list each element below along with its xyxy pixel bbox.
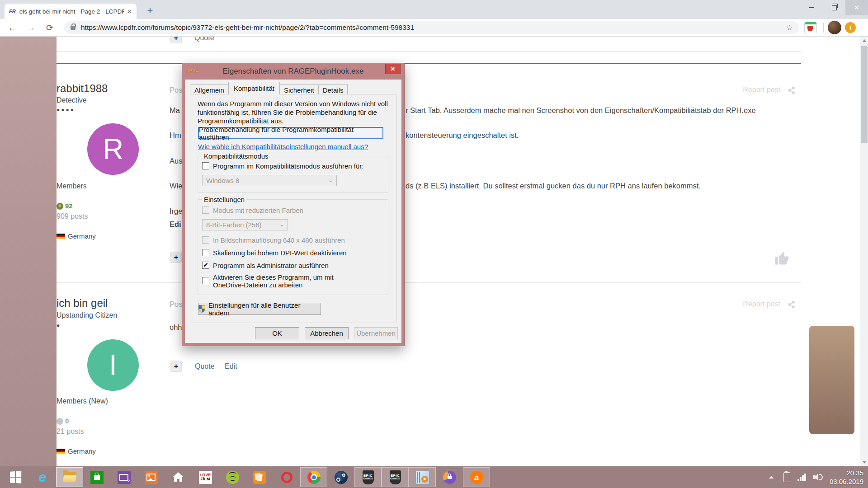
- dpi-scaling-checkbox-row[interactable]: Skalierung bei hohem DPI-Wert deaktivier…: [202, 249, 347, 257]
- back-button[interactable]: ←: [5, 20, 20, 35]
- page-scrollbar[interactable]: [860, 37, 868, 466]
- edit-link[interactable]: Edit: [225, 362, 237, 371]
- close-button[interactable]: ✕: [845, 0, 868, 15]
- tab-details[interactable]: Details: [318, 84, 348, 94]
- browser-profile-avatar[interactable]: [828, 21, 841, 34]
- taskbar-windows-store[interactable]: [83, 467, 110, 487]
- tab-sicherheit[interactable]: Sicherheit: [279, 84, 319, 94]
- forward-button[interactable]: →: [24, 20, 38, 35]
- windows-store-icon: [90, 471, 104, 484]
- taskbar-epic-games-1[interactable]: EPIC GAMES: [354, 467, 382, 487]
- scroll-down-icon[interactable]: [863, 461, 866, 464]
- run-troubleshooter-button[interactable]: Problembehandlung für die Programmkompat…: [198, 127, 383, 139]
- checkbox-label: Skalierung bei hohem DPI-Wert deaktivier…: [213, 249, 347, 257]
- show-hidden-icons-chevron[interactable]: [769, 476, 774, 479]
- photos-icon: [145, 471, 158, 484]
- taskbar-epic-games-2[interactable]: EPIC GAMES: [382, 467, 409, 487]
- taskbar-homegroup[interactable]: [165, 467, 192, 487]
- dpi-scaling-checkbox[interactable]: [202, 249, 209, 256]
- onedrive-checkbox-row[interactable]: Aktivieren Sie dieses Programm, um mit O…: [202, 273, 378, 289]
- report-post-link[interactable]: Report post: [743, 300, 780, 308]
- resolution-checkbox-row: In Bildschirmauflösung 640 x 480 ausführ…: [202, 236, 345, 244]
- taskbar-media-player[interactable]: [409, 467, 436, 487]
- share-icon[interactable]: [788, 86, 796, 94]
- bookmark-star-icon[interactable]: ☆: [786, 23, 793, 33]
- taskbar-steam[interactable]: [327, 467, 354, 487]
- dialog-title: Eigenschaften von RAGEPluginHook.exe: [223, 67, 364, 76]
- address-bar[interactable]: https://www.lcpdfr.com/forums/topic/9377…: [64, 21, 799, 34]
- change-settings-all-users-button[interactable]: Einstellungen für alle Benutzer ändern: [198, 303, 321, 315]
- checkbox-label: Programm im Kompatibilitätsmodus ausführ…: [213, 162, 363, 170]
- post-edited-fragment: Edi: [170, 220, 181, 229]
- tab-close-icon[interactable]: ✕: [127, 8, 132, 15]
- avatar[interactable]: I: [87, 339, 139, 391]
- epic-label: GAMES: [363, 477, 373, 480]
- multiquote-button[interactable]: +: [170, 361, 182, 372]
- taskbar-avast-browser[interactable]: [436, 467, 463, 487]
- quote-link[interactable]: Quote: [194, 37, 214, 42]
- taskbar-documents-app[interactable]: [246, 467, 273, 487]
- taskbar-internet-explorer[interactable]: e: [29, 467, 56, 487]
- share-icon[interactable]: [788, 300, 796, 309]
- new-tab-button[interactable]: +: [144, 5, 156, 17]
- run-as-admin-checkbox-row[interactable]: ✔ Programm als Administrator ausführen: [202, 262, 329, 269]
- dialog-close-button[interactable]: ✕: [385, 64, 401, 74]
- taskbar-file-explorer[interactable]: [56, 467, 83, 487]
- color-depth-dropdown: 8-Bit-Farben (256) ⌄: [202, 219, 288, 230]
- compatibility-mode-checkbox[interactable]: [202, 162, 209, 169]
- reload-button[interactable]: ⟳: [42, 20, 57, 35]
- avast-browser-icon: [443, 471, 456, 484]
- post-author-name[interactable]: ich bin geil: [57, 297, 170, 310]
- browser-menu-update-icon[interactable]: !: [845, 22, 856, 33]
- taskbar-photos[interactable]: [137, 467, 165, 487]
- scroll-up-icon[interactable]: [863, 39, 866, 42]
- compatibility-mode-checkbox-row[interactable]: Programm im Kompatibilitätsmodus ausführ…: [202, 162, 363, 170]
- browser-tab[interactable]: FR els geht bei mir nicht - Page 2 - LCP…: [5, 4, 137, 19]
- avatar-letter: R: [103, 132, 123, 166]
- tab-kompatibilitaet[interactable]: Kompatibilität: [228, 82, 280, 94]
- post-text-fragment: r Start Tab. Ausserdem mache mal nen Scr…: [406, 106, 756, 115]
- network-signal-icon[interactable]: [797, 474, 806, 481]
- report-post-link[interactable]: Report post: [743, 86, 780, 94]
- tab-allgemein[interactable]: Allgemein: [190, 84, 229, 94]
- taskbar-spotify[interactable]: [219, 467, 246, 487]
- compatibility-help-link[interactable]: Wie wähle ich Kompatibilitätseinstellung…: [198, 143, 368, 150]
- avatar[interactable]: R: [87, 123, 139, 175]
- ok-button[interactable]: OK: [255, 327, 299, 339]
- group-label: Einstellungen: [202, 196, 246, 203]
- post-text-fragment: Irge: [170, 207, 182, 216]
- taskbar-video-app[interactable]: [110, 467, 137, 487]
- post-text-fragment: Wie: [170, 182, 182, 190]
- taskbar-lovefilm[interactable]: LOVE FiLM: [192, 467, 219, 487]
- post-text-fragment: Ma: [170, 106, 180, 115]
- minimize-button[interactable]: [800, 0, 823, 15]
- checkbox-label: In Bildschirmauflösung 640 x 480 ausführ…: [213, 236, 345, 244]
- battery-icon[interactable]: [783, 472, 790, 482]
- browser-toolbar: ← → ⟳ https://www.lcpdfr.com/forums/topi…: [0, 19, 868, 37]
- lock-icon: [71, 26, 75, 30]
- volume-icon[interactable]: [813, 473, 823, 482]
- multiquote-button[interactable]: +: [170, 37, 182, 43]
- onedrive-checkbox[interactable]: [202, 277, 209, 284]
- taskbar-opera[interactable]: [273, 467, 300, 487]
- dialog-titlebar[interactable]: RAGE Eigenschaften von RAGEPluginHook.ex…: [182, 63, 404, 80]
- post-count: 909 posts: [57, 212, 170, 221]
- taskbar-avast[interactable]: a: [463, 467, 490, 487]
- scrollbar-thumb[interactable]: [861, 46, 868, 143]
- taskbar-clock[interactable]: 20:35 03.06.2019: [830, 469, 863, 486]
- restore-button[interactable]: [823, 0, 845, 15]
- media-player-icon: [416, 471, 429, 484]
- start-button[interactable]: [2, 467, 29, 487]
- multiquote-button[interactable]: +: [170, 252, 182, 263]
- extension-icon[interactable]: [804, 22, 817, 34]
- browser-titlebar: FR els geht bei mir nicht - Page 2 - LCP…: [0, 0, 868, 19]
- like-thumb-icon[interactable]: [774, 250, 790, 267]
- run-as-admin-checkbox[interactable]: ✔: [202, 262, 209, 269]
- post-author-rank: Upstanding Citizen: [57, 311, 170, 319]
- quote-link[interactable]: Quote: [195, 362, 215, 371]
- compatibility-os-dropdown: Windows 8 ⌄: [202, 175, 337, 186]
- post-author-name[interactable]: rabbit1988: [57, 82, 170, 95]
- system-tray: 20:35 03.06.2019: [769, 466, 868, 488]
- cancel-button[interactable]: Abbrechen: [305, 327, 349, 339]
- taskbar-chrome[interactable]: [300, 467, 327, 487]
